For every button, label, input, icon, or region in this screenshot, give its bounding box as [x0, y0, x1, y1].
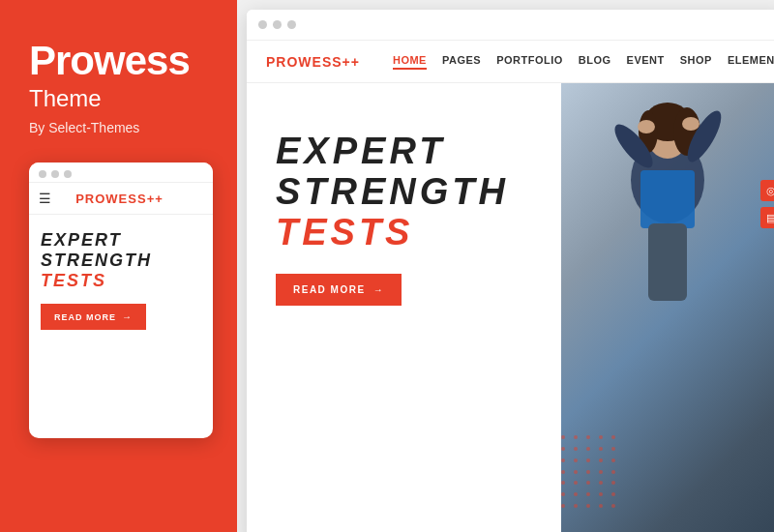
mobile-hero-text: EXPERT STRENGTH TESTS — [41, 230, 201, 290]
read-more-button[interactable]: READ MORE → — [276, 274, 402, 306]
svg-rect-9 — [640, 170, 695, 228]
nav-links: HOME PAGES PORTFOLIO BLOG EVENT SHOP ELE… — [393, 54, 774, 70]
mobile-mockup: ☰ PROWESS++ EXPERT STRENGTH TESTS READ M… — [29, 163, 213, 438]
dot-pattern-decoration — [561, 435, 629, 513]
mobile-nav: ☰ PROWESS++ — [29, 183, 213, 215]
mobile-dot-1 — [39, 170, 46, 178]
svg-rect-10 — [648, 223, 687, 301]
mobile-dot-3 — [64, 170, 72, 178]
athlete-photo — [561, 83, 774, 532]
mobile-logo: PROWESS++ — [75, 192, 164, 206]
right-edge-icons: ◎ ▤ — [760, 180, 774, 228]
browser-dot-3 — [287, 20, 296, 29]
hero-image — [561, 83, 774, 532]
svg-point-8 — [682, 117, 700, 131]
site-logo: PROWESS++ — [266, 54, 360, 70]
arrow-right-icon: → — [122, 311, 133, 322]
browser-dot-1 — [258, 20, 267, 29]
theme-subtitle: Theme — [29, 85, 208, 112]
theme-title: Prowess — [29, 39, 208, 83]
social-icon-1[interactable]: ◎ — [760, 180, 774, 201]
browser-dot-2 — [273, 20, 282, 29]
mobile-dot-2 — [51, 170, 59, 178]
site-hero: EXPERT STRENGTH TESTS READ MORE → — [247, 83, 774, 532]
nav-event[interactable]: EVENT — [627, 54, 665, 70]
nav-blog[interactable]: BLOG — [579, 54, 611, 70]
nav-elements[interactable]: ELEMENTS — [728, 54, 774, 70]
right-panel: PROWESS++ HOME PAGES PORTFOLIO BLOG EVEN… — [237, 0, 774, 532]
mobile-browser-bar — [29, 163, 213, 183]
browser-chrome-bar — [247, 10, 774, 41]
nav-pages[interactable]: PAGES — [442, 54, 481, 70]
nav-shop[interactable]: SHOP — [680, 54, 712, 70]
arrow-right-icon: → — [373, 284, 385, 295]
hero-heading: EXPERT STRENGTH TESTS — [276, 132, 532, 252]
mobile-hero-content: EXPERT STRENGTH TESTS READ MORE → — [29, 215, 213, 345]
browser-window: PROWESS++ HOME PAGES PORTFOLIO BLOG EVEN… — [247, 10, 774, 532]
nav-home[interactable]: HOME — [393, 54, 427, 70]
svg-point-7 — [638, 120, 655, 133]
nav-portfolio[interactable]: PORTFOLIO — [496, 54, 563, 70]
theme-author: By Select-Themes — [29, 120, 208, 135]
social-icon-2[interactable]: ▤ — [760, 207, 774, 228]
hero-content: EXPERT STRENGTH TESTS READ MORE → — [247, 83, 561, 532]
mobile-read-more-button[interactable]: READ MORE → — [41, 304, 146, 330]
left-panel: Prowess Theme By Select-Themes ☰ PROWESS… — [0, 0, 237, 532]
hamburger-icon[interactable]: ☰ — [39, 191, 51, 206]
site-navbar: PROWESS++ HOME PAGES PORTFOLIO BLOG EVEN… — [247, 41, 774, 83]
